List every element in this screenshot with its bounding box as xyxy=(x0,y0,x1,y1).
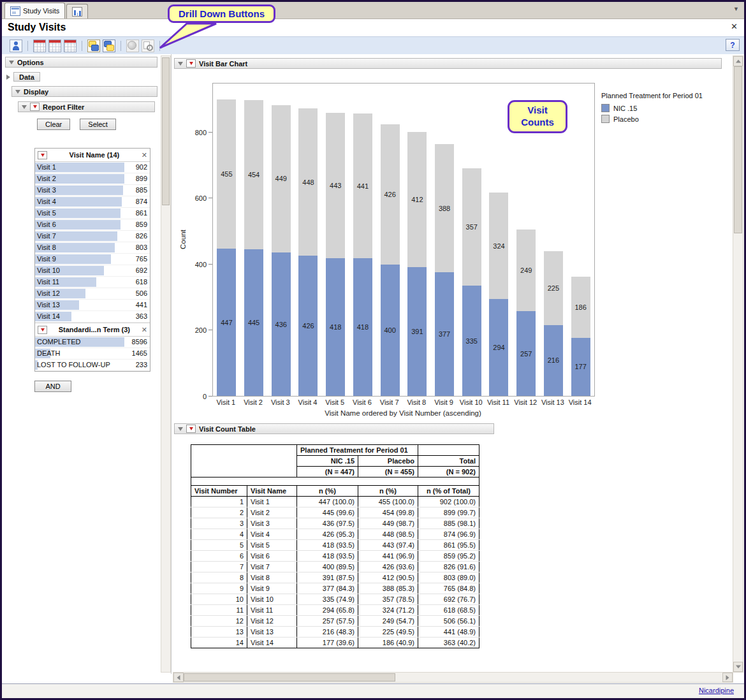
term-filter-close-icon[interactable]: ✕ xyxy=(142,326,147,334)
legend-item[interactable]: NIC .15 xyxy=(601,104,703,112)
stacked-bar[interactable]: 412391 xyxy=(407,84,427,396)
sidebar-scrollbar[interactable] xyxy=(161,55,171,673)
filter-item[interactable]: Visit 11618 xyxy=(35,277,150,288)
scroll-up-arrow-icon[interactable] xyxy=(733,56,743,66)
filter-item[interactable]: Visit 6859 xyxy=(35,219,150,231)
bar-segment[interactable]: 391 xyxy=(407,267,427,396)
stacked-bar[interactable]: 449436 xyxy=(272,84,291,396)
annotate-report-icon[interactable] xyxy=(87,40,100,52)
bar-segment[interactable]: 426 xyxy=(298,256,318,396)
bar-segment[interactable]: 400 xyxy=(381,265,400,396)
bar-segment[interactable]: 225 xyxy=(544,251,563,325)
bar-segment[interactable]: 449 xyxy=(272,105,291,253)
bar-segment[interactable]: 412 xyxy=(407,132,427,268)
horizontal-scrollbar-thumb[interactable] xyxy=(184,673,395,682)
scroll-down-arrow-icon[interactable] xyxy=(733,662,743,672)
bar-segment[interactable]: 454 xyxy=(244,100,263,249)
table-row[interactable]: 5Visit 5418 (93.5)443 (97.4)861 (95.5) xyxy=(191,540,479,551)
vertical-scrollbar[interactable] xyxy=(733,55,743,673)
table-row[interactable]: 1Visit 1447 (100.0)455 (100.0)902 (100.0… xyxy=(191,497,479,507)
bar-segment[interactable]: 418 xyxy=(353,258,372,396)
filter-item[interactable]: Visit 3885 xyxy=(35,185,150,196)
bar-segment[interactable]: 216 xyxy=(544,325,563,396)
expand-icon[interactable] xyxy=(6,75,10,80)
report-filter-header[interactable]: Report Filter xyxy=(18,101,155,112)
sidebar-scrollbar-thumb[interactable] xyxy=(162,57,170,205)
data-header[interactable]: Data xyxy=(13,72,40,82)
table-row[interactable]: 4Visit 4426 (95.3)448 (98.5)874 (96.9) xyxy=(191,529,479,540)
bar-segment[interactable]: 436 xyxy=(272,252,291,396)
bar-segment[interactable]: 418 xyxy=(326,258,345,396)
table-row[interactable]: 7Visit 7400 (89.5)426 (93.6)826 (91.6) xyxy=(191,562,479,572)
data-table-notes-icon[interactable] xyxy=(48,40,61,52)
filter-item[interactable]: Visit 14363 xyxy=(35,311,150,323)
bar-segment[interactable]: 324 xyxy=(489,193,508,299)
bar-segment[interactable]: 249 xyxy=(516,230,536,311)
vertical-scrollbar-thumb[interactable] xyxy=(734,66,742,233)
visit-filter-menu-icon[interactable] xyxy=(38,151,47,159)
table-row[interactable]: 13Visit 13216 (48.3)225 (49.5)441 (48.9) xyxy=(191,627,479,638)
table-row[interactable]: 12Visit 12257 (57.5)249 (54.7)506 (56.1) xyxy=(191,616,479,627)
data-table-chart-icon[interactable] xyxy=(64,40,77,52)
filter-item[interactable]: Visit 9765 xyxy=(35,254,150,265)
stacked-bar[interactable]: 441418 xyxy=(353,84,372,396)
horizontal-scrollbar[interactable] xyxy=(173,672,733,683)
and-button[interactable]: AND xyxy=(34,381,71,392)
bar-segment[interactable]: 294 xyxy=(489,299,508,396)
term-filter-header[interactable]: Standardi...n Term (3) ✕ xyxy=(35,323,150,337)
stacked-bar[interactable]: 454445 xyxy=(244,84,263,396)
filter-item[interactable]: COMPLETED8596 xyxy=(35,337,150,348)
stacked-bar[interactable]: 443418 xyxy=(326,84,345,396)
bar-segment[interactable]: 455 xyxy=(217,99,236,249)
window-menu-arrow-icon[interactable]: ▼ xyxy=(733,6,739,12)
table-row[interactable]: 8Visit 8391 (87.5)412 (90.5)803 (89.0) xyxy=(191,572,479,583)
filter-item[interactable]: Visit 2899 xyxy=(35,173,150,185)
data-table-icon[interactable] xyxy=(33,40,46,52)
term-filter-menu-icon[interactable] xyxy=(38,326,47,334)
filter-item[interactable]: Visit 8803 xyxy=(35,242,150,254)
table-row[interactable]: 11Visit 11294 (65.8)324 (71.2)618 (68.5) xyxy=(191,605,479,616)
bar-segment[interactable]: 186 xyxy=(571,277,590,338)
close-icon[interactable]: ✕ xyxy=(731,22,738,31)
bar-segment[interactable]: 257 xyxy=(516,311,536,396)
annotate-data-icon[interactable] xyxy=(103,40,115,52)
options-header[interactable]: Options xyxy=(5,57,157,68)
stacked-bar[interactable]: 455447 xyxy=(217,84,236,396)
chart-menu-icon[interactable] xyxy=(186,59,196,68)
display-header[interactable]: Display xyxy=(11,86,157,97)
visit-bar-chart-header[interactable]: Visit Bar Chart xyxy=(174,58,722,69)
bar-segment[interactable]: 357 xyxy=(462,168,481,286)
bar-segment[interactable]: 335 xyxy=(462,286,481,396)
stacked-bar[interactable]: 388377 xyxy=(435,84,454,396)
bar-segment[interactable]: 377 xyxy=(435,272,454,396)
stacked-bar[interactable]: 448426 xyxy=(298,84,318,396)
legend-item[interactable]: Placebo xyxy=(601,115,703,123)
table-row[interactable]: 6Visit 6418 (93.5)441 (96.9)859 (95.2) xyxy=(191,551,479,562)
tab-study-visits[interactable]: Study Visits xyxy=(4,3,65,18)
stacked-bar[interactable]: 357335 xyxy=(462,84,481,396)
filter-item[interactable]: Visit 4874 xyxy=(35,196,150,208)
select-button[interactable]: Select xyxy=(80,119,116,130)
filter-item[interactable]: Visit 10692 xyxy=(35,265,150,277)
bar-segment[interactable]: 177 xyxy=(571,338,590,396)
bar-segment[interactable]: 388 xyxy=(435,144,454,272)
table-menu-icon[interactable] xyxy=(186,425,196,433)
bar-segment[interactable]: 445 xyxy=(244,249,263,396)
bar-segment[interactable]: 447 xyxy=(217,249,236,396)
filter-item[interactable]: DEATH1465 xyxy=(35,348,150,360)
help-button[interactable]: ? xyxy=(726,39,740,51)
filter-item[interactable]: Visit 7826 xyxy=(35,231,150,242)
table-row[interactable]: 2Visit 2445 (99.6)454 (99.8)899 (99.7) xyxy=(191,507,479,518)
table-row[interactable]: 3Visit 3436 (97.5)449 (98.7)885 (98.1) xyxy=(191,518,479,529)
clear-button[interactable]: Clear xyxy=(37,119,70,130)
scroll-left-arrow-icon[interactable] xyxy=(173,673,184,682)
filter-item[interactable]: LOST TO FOLLOW-UP233 xyxy=(35,360,150,371)
bar-segment[interactable]: 441 xyxy=(353,113,372,258)
report-filter-menu-icon[interactable] xyxy=(30,103,40,111)
table-row[interactable]: 9Visit 9377 (84.3)388 (85.3)765 (84.8) xyxy=(191,583,479,594)
visit-filter-close-icon[interactable]: ✕ xyxy=(142,151,147,159)
stacked-bar[interactable]: 324294 xyxy=(489,84,508,396)
filter-item[interactable]: Visit 5861 xyxy=(35,208,150,219)
table-row[interactable]: 14Visit 14177 (39.6)186 (40.9)363 (40.2) xyxy=(191,638,479,648)
tab-chart-builder[interactable] xyxy=(66,4,88,18)
